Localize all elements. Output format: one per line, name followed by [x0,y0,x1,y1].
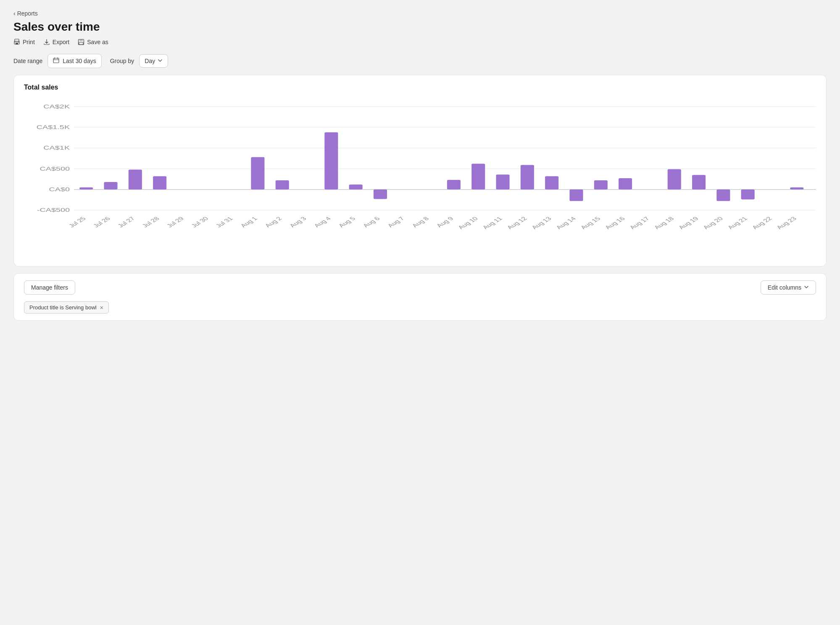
filter-tag-label: Product title is Serving bowl [29,304,97,311]
save-as-button[interactable]: Save as [78,39,108,45]
edit-columns-button[interactable]: Edit columns [761,280,816,295]
group-by-label: Group by [110,58,134,64]
page-title: Sales over time [13,20,827,34]
filter-tag-serving-bowl: Product title is Serving bowl × [24,301,109,314]
calendar-icon [53,57,59,65]
print-icon [13,39,20,45]
filters-row: Date range Last 30 days Group by Day [13,54,827,68]
save-as-icon [78,39,84,45]
back-link[interactable]: ‹ Reports [13,10,827,17]
back-link-label: Reports [17,10,38,17]
chevron-down-icon [158,58,163,64]
filter-tag-close-button[interactable]: × [100,305,103,311]
toolbar: Print Export Save as [13,39,827,45]
export-icon [43,39,50,45]
chevron-down-icon [804,284,809,291]
bottom-toolbar: Manage filters Edit columns [24,280,816,295]
bottom-card: Manage filters Edit columns Product titl… [13,273,827,321]
svg-rect-5 [79,40,83,42]
chart-card: Total sales CA$2K CA$1.5K CA$1K CA$500 C… [13,75,827,266]
chart-container: CA$2K CA$1.5K CA$1K CA$500 CA$0 -CA$500 … [24,98,816,258]
svg-rect-7 [53,58,59,63]
group-by-button[interactable]: Day [139,54,168,68]
group-by-value: Day [145,58,155,64]
date-range-label: Date range [13,58,42,64]
export-label: Export [53,39,69,45]
svg-rect-0 [15,39,19,42]
edit-columns-label: Edit columns [768,284,801,291]
svg-rect-2 [16,43,18,45]
manage-filters-button[interactable]: Manage filters [24,280,75,295]
filter-tags: Product title is Serving bowl × [24,301,816,314]
save-as-label: Save as [87,39,108,45]
print-button[interactable]: Print [13,39,35,45]
svg-point-3 [18,42,19,43]
svg-rect-6 [79,42,83,45]
back-arrow-icon: ‹ [13,10,16,17]
date-range-button[interactable]: Last 30 days [47,54,101,68]
print-label: Print [23,39,35,45]
chart-title: Total sales [24,84,816,91]
date-range-value: Last 30 days [63,58,96,64]
export-button[interactable]: Export [43,39,69,45]
